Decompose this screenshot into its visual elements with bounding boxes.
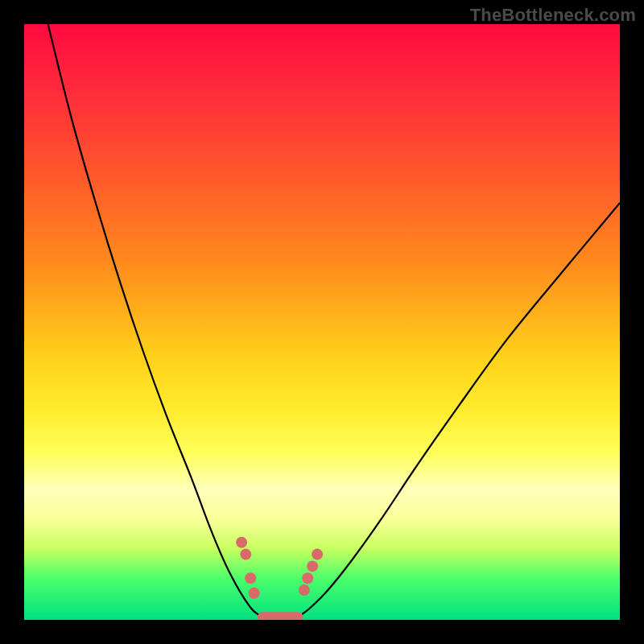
curve-marker [302, 572, 313, 584]
curve-marker [299, 584, 310, 596]
curve-marker [307, 560, 318, 572]
curve-marker [312, 549, 323, 560]
plot-area [24, 24, 620, 620]
chart-svg [24, 24, 620, 620]
right-curve [298, 203, 620, 617]
chart-frame: TheBottleneck.com [0, 0, 644, 644]
curve-marker [249, 588, 260, 599]
left-curve [48, 24, 262, 617]
curve-marker [245, 572, 256, 584]
curve-marker [236, 537, 247, 548]
watermark-text: TheBottleneck.com [470, 5, 636, 26]
curve-markers [236, 537, 323, 599]
curve-marker [240, 549, 251, 560]
